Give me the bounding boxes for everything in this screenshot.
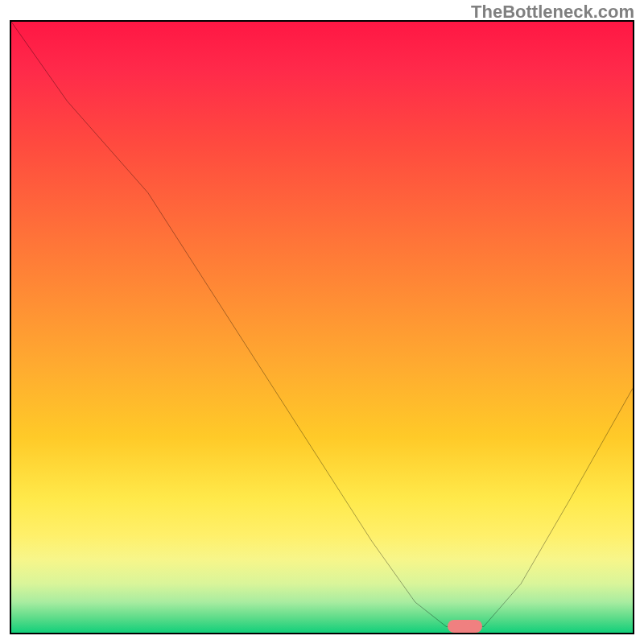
chart-frame — [10, 20, 634, 634]
chart-optimal-marker — [448, 620, 481, 633]
chart-background-gradient — [11, 22, 633, 633]
